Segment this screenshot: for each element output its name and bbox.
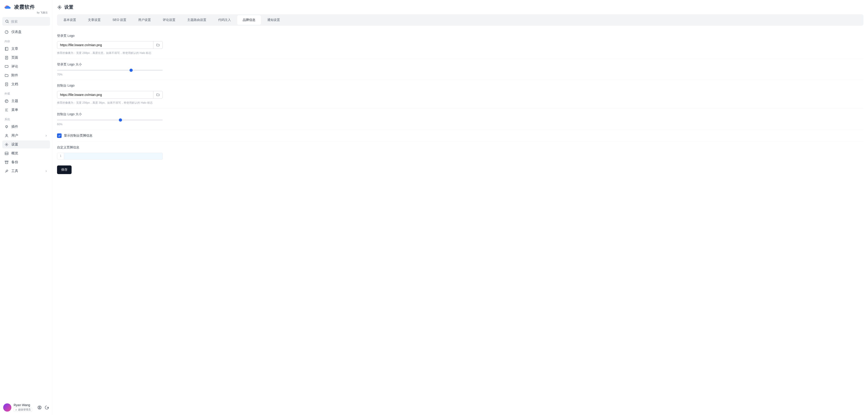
- svg-rect-10: [6, 126, 8, 127]
- nav-label: 页面: [11, 55, 18, 60]
- field-login-logo-size: 登录页 Logo 大小 70%: [57, 59, 864, 80]
- search-box[interactable]: ⌘+K: [2, 17, 50, 26]
- nav-label: 附件: [11, 73, 18, 78]
- nav-section-system: 系统: [2, 115, 50, 123]
- nav-label: 备份: [11, 160, 18, 164]
- user-footer: Ryan Wang 超级管理员: [2, 401, 50, 413]
- sidebar-item-settings[interactable]: 设置: [2, 141, 50, 148]
- folder-icon: [4, 73, 9, 78]
- input-console-logo[interactable]: [57, 91, 153, 99]
- field-show-footer: 显示控制台页脚信息: [57, 130, 864, 142]
- archive-icon: [4, 160, 9, 164]
- slider-value-login: 70%: [57, 73, 163, 76]
- field-console-logo-size: 控制台 Logo 大小 60%: [57, 109, 864, 130]
- tab-basic[interactable]: 基本设置: [58, 15, 82, 25]
- sidebar: 凌霞软件 by 飞致云 ⌘+K 仪表盘 内容 文章 页面: [0, 0, 52, 415]
- plug-icon: [4, 125, 9, 129]
- nav-label: 菜单: [11, 108, 18, 112]
- browse-button-console-logo[interactable]: [153, 91, 163, 99]
- label-login-logo-size: 登录页 Logo 大小: [57, 62, 864, 67]
- tab-brand[interactable]: 品牌信息: [237, 15, 261, 25]
- browse-button-login-logo[interactable]: [153, 41, 163, 49]
- sidebar-item-dashboard[interactable]: 仪表盘: [2, 28, 50, 36]
- slider-thumb[interactable]: [129, 69, 133, 72]
- chevron-right-icon: [44, 134, 48, 137]
- svg-point-11: [6, 134, 7, 136]
- sidebar-item-themes[interactable]: 主题: [2, 97, 50, 105]
- checkbox-show-footer[interactable]: [57, 134, 62, 138]
- tab-user[interactable]: 用户设置: [133, 15, 156, 25]
- svg-point-7: [6, 100, 6, 101]
- svg-point-6: [5, 99, 8, 103]
- code-content[interactable]: [64, 153, 162, 159]
- list-icon: [4, 108, 9, 112]
- svg-point-9: [6, 101, 6, 102]
- sidebar-item-menus[interactable]: 菜单: [2, 106, 50, 114]
- svg-point-15: [16, 409, 17, 410]
- doc-icon: [4, 82, 9, 86]
- nav-label: 主题: [11, 99, 18, 103]
- svg-rect-2: [5, 47, 8, 51]
- slider-value-console: 60%: [57, 123, 163, 126]
- nav-section-appearance: 外观: [2, 89, 50, 97]
- book-icon: [4, 47, 9, 51]
- profile-icon[interactable]: [37, 405, 42, 410]
- brand-logo[interactable]: 凌霞软件 by 飞致云: [2, 2, 50, 17]
- tab-route[interactable]: 主题路由设置: [182, 15, 212, 25]
- sidebar-item-plugins[interactable]: 插件: [2, 123, 50, 131]
- check-icon: [58, 134, 61, 137]
- logout-icon[interactable]: [44, 405, 49, 410]
- nav-label: 仪表盘: [11, 30, 22, 34]
- nav-label: 文档: [11, 82, 18, 86]
- gear-icon: [4, 143, 9, 147]
- sidebar-item-posts[interactable]: 文章: [2, 45, 50, 53]
- tab-post[interactable]: 文章设置: [83, 15, 106, 25]
- slider-console-logo-size[interactable]: [57, 120, 163, 120]
- sidebar-item-comments[interactable]: 评论: [2, 62, 50, 70]
- sidebar-item-docs[interactable]: 文档: [2, 80, 50, 88]
- user-role-badge: 超级管理员: [13, 408, 32, 412]
- nav-label: 评论: [11, 64, 18, 69]
- code-editor-footer[interactable]: 1: [57, 153, 163, 159]
- svg-point-17: [39, 407, 40, 408]
- user-icon: [4, 134, 9, 138]
- tab-comment[interactable]: 评论设置: [157, 15, 181, 25]
- help-login-logo: 推荐的像素为：宽度 288px，高度任意。如果不填写，将使用默认的 Halo 标…: [57, 51, 864, 55]
- gauge-icon: [4, 30, 9, 34]
- save-button[interactable]: 保存: [57, 166, 71, 174]
- tab-notify[interactable]: 通知设置: [262, 15, 285, 25]
- slider-thumb[interactable]: [119, 118, 122, 122]
- nav-label: 文章: [11, 47, 18, 51]
- sidebar-item-users[interactable]: 用户: [2, 131, 50, 140]
- nav-label: 工具: [11, 169, 18, 173]
- tabs: 基本设置 文章设置 SEO 设置 用户设置 评论设置 主题路由设置 代码注入 品…: [57, 14, 864, 26]
- sidebar-item-pages[interactable]: 页面: [2, 54, 50, 62]
- nav-section-content: 内容: [2, 37, 50, 45]
- nav-label: 用户: [11, 134, 18, 138]
- tab-seo[interactable]: SEO 设置: [107, 15, 132, 25]
- sidebar-item-tools[interactable]: 工具: [2, 167, 50, 175]
- page-title: 设置: [64, 4, 73, 10]
- folder-icon: [156, 43, 160, 47]
- input-login-logo[interactable]: [57, 41, 153, 49]
- user-name: Ryan Wang: [13, 403, 35, 407]
- sidebar-item-attachments[interactable]: 附件: [2, 71, 50, 79]
- comment-icon: [4, 64, 9, 69]
- field-custom-footer: 自定义页脚信息 1: [57, 142, 864, 163]
- svg-point-0: [6, 20, 8, 23]
- search-input[interactable]: [11, 20, 54, 23]
- field-console-logo: 控制台 Logo 推荐的像素为：宽度 256px，高度 36px。如果不填写，将…: [57, 80, 864, 109]
- help-console-logo: 推荐的像素为：宽度 256px，高度 36px。如果不填写，将使用默认的 Hal…: [57, 101, 864, 105]
- person-icon: [15, 409, 17, 411]
- sidebar-item-overview[interactable]: 概览: [2, 149, 50, 157]
- search-icon: [5, 19, 9, 23]
- page-header: 设置: [53, 0, 868, 14]
- label-custom-footer: 自定义页脚信息: [57, 145, 864, 150]
- slider-login-logo-size[interactable]: [57, 70, 163, 71]
- nav-label: 概览: [11, 151, 18, 155]
- avatar[interactable]: [3, 404, 11, 412]
- label-show-footer: 显示控制台页脚信息: [64, 134, 92, 138]
- brand-sub: by 飞致云: [4, 11, 49, 14]
- sidebar-item-backup[interactable]: 备份: [2, 158, 50, 166]
- tab-code[interactable]: 代码注入: [213, 15, 236, 25]
